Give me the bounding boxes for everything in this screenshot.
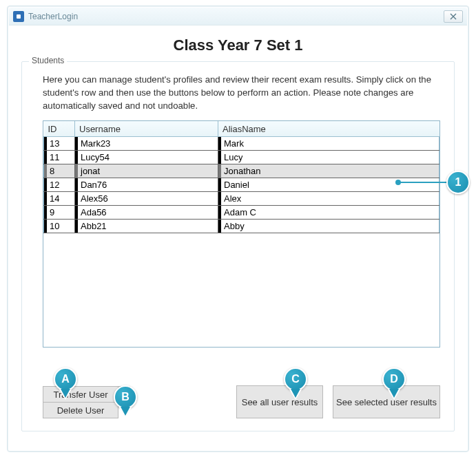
table-row[interactable]: 14Alex56Alex [44,191,439,205]
callout-1: 1 [446,171,470,194]
table-row[interactable]: 9Ada56Adam C [44,205,439,219]
cell-value: Abb21 [78,221,107,231]
col-header-alias[interactable]: AliasName [218,121,439,136]
callout-1-leader [398,182,448,183]
page-title: Class Year 7 Set 1 [21,36,455,54]
cell-value: Alex [221,193,241,204]
cell-value: Mark [221,138,244,149]
cell-value: Adam C [221,207,256,217]
group-legend: Students [29,56,67,65]
cell-value: jonat [78,166,100,176]
cell-value: Jonathan [221,166,261,176]
see-selected-results-button[interactable]: See selected user results [333,385,440,418]
app-icon [13,11,24,22]
table-row[interactable]: 11Lucy54Lucy [44,150,439,164]
instructions-text: Here you can manage student's profiles a… [43,73,440,112]
cell-value: 8 [47,166,54,176]
table-row[interactable]: 10Abb21Abby [44,219,439,233]
callout-d: D [382,367,406,391]
cell-value: Lucy54 [78,152,110,162]
col-header-id[interactable]: ID [44,121,75,136]
callout-c: C [284,367,307,391]
table-row[interactable]: 13Mark23Mark [44,136,439,150]
students-grid[interactable]: ID Username AliasName 13Mark23Mark11Lucy… [43,120,440,348]
table-row[interactable]: 8jonatJonathan [44,164,439,178]
cell-value: Lucy [221,152,242,162]
cell-value: 13 [47,138,59,149]
cell-value: Ada56 [78,207,107,217]
cell-value: 9 [47,207,54,217]
callout-b: B [114,385,137,409]
cell-value: 12 [47,180,59,190]
cell-value: Dan76 [78,180,107,190]
transfer-user-button[interactable]: Transfer User [43,386,118,403]
callout-a: A [54,367,77,391]
cell-value: Mark23 [78,138,110,149]
cell-value: Abby [221,221,245,231]
cell-value: 14 [47,193,59,204]
table-row[interactable]: 12Dan76Daniel [44,178,439,191]
window-title: TeacherLogin [28,12,78,21]
see-all-results-button[interactable]: See all user results [236,385,323,418]
cell-value: Daniel [221,180,249,190]
callout-1-leader-dot [395,180,401,185]
cell-value: 10 [47,221,59,231]
close-button[interactable] [444,10,463,23]
col-header-username[interactable]: Username [75,121,218,136]
delete-user-button[interactable]: Delete User [43,402,118,418]
titlebar: TeacherLogin [9,8,467,25]
cell-value: Alex56 [78,193,108,204]
close-icon [450,13,457,20]
cell-value: 11 [47,152,59,162]
